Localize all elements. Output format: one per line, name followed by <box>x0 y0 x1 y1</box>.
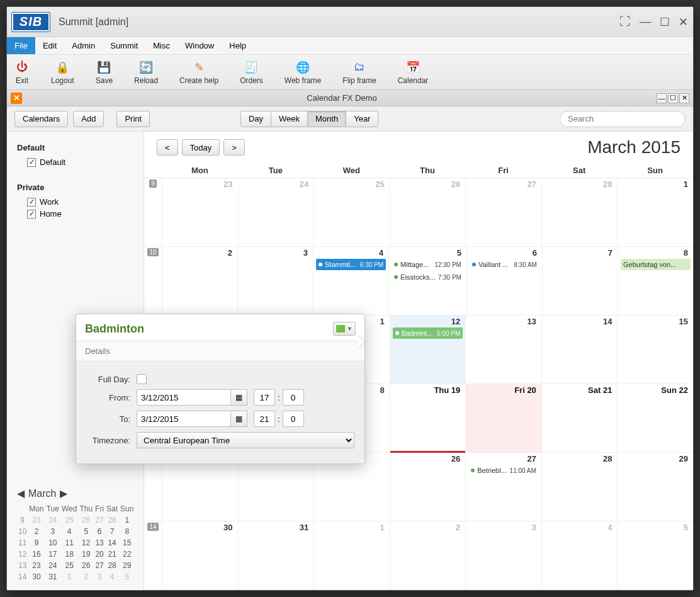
day-cell[interactable]: 7 <box>542 247 618 315</box>
close-icon[interactable]: ✕ <box>679 15 688 29</box>
mini-day[interactable]: 22 <box>119 549 135 560</box>
event-chip[interactable]: Mittage...12:30 PM <box>392 259 464 270</box>
tb-create-help[interactable]: ✎Create help <box>179 60 218 85</box>
mini-day[interactable]: 24 <box>45 515 60 526</box>
day-cell[interactable]: 15 <box>617 316 693 384</box>
mini-day[interactable]: 13 <box>94 537 105 549</box>
doc-minimize-icon[interactable]: — <box>657 93 667 103</box>
tb-exit[interactable]: ⏻Exit <box>14 60 30 85</box>
day-cell[interactable]: 27Betriebl...11:00 AM <box>465 453 541 521</box>
mini-day[interactable]: 7 <box>105 526 119 537</box>
mini-day[interactable]: 26 <box>78 515 94 526</box>
tb-flip-frame[interactable]: 🗂Flip frame <box>342 60 376 85</box>
day-cell[interactable]: 4 <box>541 521 618 589</box>
day-cell[interactable]: 5 <box>617 521 693 589</box>
calendars-button[interactable]: Calendars <box>14 111 68 127</box>
day-cell[interactable]: 8Geburtstag von... <box>618 247 693 315</box>
day-cell[interactable]: 6Vaillant ...8:30 AM <box>466 247 542 315</box>
view-month-button[interactable]: Month <box>307 111 346 127</box>
day-cell[interactable]: 1 <box>617 178 693 246</box>
mini-day[interactable]: 3 <box>94 571 105 583</box>
search-input[interactable] <box>560 111 686 127</box>
mini-day[interactable]: 18 <box>60 549 78 560</box>
mini-day[interactable]: 8 <box>119 526 135 537</box>
menu-help[interactable]: Help <box>222 37 254 54</box>
mini-day[interactable]: 25 <box>60 515 78 526</box>
mini-day[interactable]: 1 <box>60 571 78 583</box>
mini-day[interactable]: 3 <box>45 526 60 537</box>
day-cell[interactable]: 12Badmint...5:00 PM <box>390 316 466 384</box>
mini-day[interactable]: 4 <box>60 526 78 537</box>
tb-save[interactable]: 💾Save <box>96 60 113 85</box>
mini-day[interactable]: 31 <box>45 571 60 583</box>
day-cell[interactable]: Sun 22 <box>617 384 693 452</box>
day-cell[interactable]: 24 <box>238 178 314 246</box>
day-cell[interactable]: 28 <box>541 453 618 521</box>
day-cell[interactable]: Thu 19 <box>390 384 466 452</box>
print-button[interactable]: Print <box>116 111 150 127</box>
mini-day[interactable]: 17 <box>45 549 60 560</box>
day-cell[interactable]: 3 <box>465 521 541 589</box>
mini-prev-icon[interactable]: ◀ <box>17 487 25 499</box>
view-year-button[interactable]: Year <box>346 111 378 127</box>
mini-day[interactable]: 28 <box>105 560 119 571</box>
today-button[interactable]: Today <box>182 139 220 156</box>
day-cell[interactable]: 1 <box>313 521 390 589</box>
doc-close2-icon[interactable]: ✕ <box>679 93 689 103</box>
calendar-item-home[interactable]: Home <box>27 209 133 219</box>
mini-day[interactable]: 24 <box>45 560 60 571</box>
mini-day[interactable]: 5 <box>78 526 94 537</box>
add-button[interactable]: Add <box>73 111 104 127</box>
from-min-input[interactable] <box>283 389 304 406</box>
day-cell[interactable]: 4Stammti...6:30 PM <box>313 247 388 315</box>
day-cell[interactable]: 28 <box>541 178 618 246</box>
menu-file[interactable]: File <box>7 37 35 54</box>
day-cell[interactable]: 23 <box>162 178 238 246</box>
doc-maximize-icon[interactable]: ☐ <box>668 93 678 103</box>
mini-day[interactable]: 15 <box>119 537 135 549</box>
to-datepicker-icon[interactable]: ▦ <box>231 411 247 427</box>
to-hour-input[interactable] <box>254 411 275 427</box>
timezone-select[interactable]: Central European Time <box>137 432 354 448</box>
mini-day[interactable]: 28 <box>105 515 119 526</box>
event-chip[interactable]: Eisstocks...7:30 PM <box>392 271 464 283</box>
mini-day[interactable]: 9 <box>28 537 45 549</box>
menu-summit[interactable]: Summit <box>103 37 145 54</box>
event-chip[interactable]: Geburtstag von... <box>621 259 691 270</box>
mini-day[interactable]: 19 <box>78 549 94 560</box>
view-day-button[interactable]: Day <box>240 111 271 127</box>
mini-day[interactable]: 1 <box>119 515 135 526</box>
day-cell[interactable]: 2 <box>390 521 466 589</box>
day-cell[interactable]: Fri 20 <box>465 384 541 452</box>
mini-day[interactable]: 14 <box>105 537 119 549</box>
mini-day[interactable]: 30 <box>28 571 45 583</box>
event-chip[interactable]: Stammti...6:30 PM <box>316 259 386 270</box>
from-datepicker-icon[interactable]: ▦ <box>231 389 247 406</box>
from-date-input[interactable] <box>137 389 231 406</box>
mini-day[interactable]: 23 <box>28 515 45 526</box>
day-cell[interactable]: 26 <box>390 453 466 521</box>
mini-day[interactable]: 25 <box>60 560 78 571</box>
day-cell[interactable]: 13 <box>465 316 541 384</box>
from-hour-input[interactable] <box>254 389 275 406</box>
mini-day[interactable]: 4 <box>105 571 119 583</box>
mini-day[interactable]: 2 <box>78 571 94 583</box>
tb-orders[interactable]: 🧾Orders <box>240 60 263 85</box>
menu-edit[interactable]: Edit <box>35 37 64 54</box>
day-cell[interactable]: 2 <box>162 247 237 315</box>
tb-calendar[interactable]: 📅Calendar <box>398 60 429 85</box>
calendar-item-default[interactable]: Default <box>27 157 133 167</box>
next-button[interactable]: > <box>223 139 245 156</box>
calendar-item-work[interactable]: Work <box>27 197 133 207</box>
day-cell[interactable]: Sat 21 <box>541 384 618 452</box>
maximize-icon[interactable]: ☐ <box>660 15 670 29</box>
mini-day[interactable]: 5 <box>119 571 135 583</box>
day-cell[interactable]: 14 <box>541 316 618 384</box>
mini-day[interactable]: 20 <box>94 549 105 560</box>
day-cell[interactable]: 29 <box>617 453 693 521</box>
prev-button[interactable]: < <box>157 139 178 156</box>
mini-day[interactable]: 12 <box>78 537 94 549</box>
view-week-button[interactable]: Week <box>271 111 308 127</box>
mini-day[interactable]: 27 <box>94 515 105 526</box>
event-chip[interactable]: Badmint...5:00 PM <box>393 327 463 339</box>
